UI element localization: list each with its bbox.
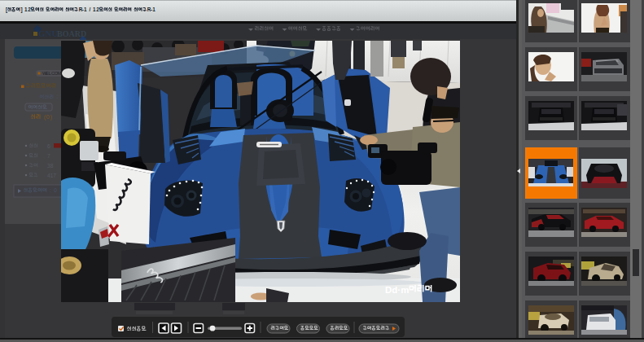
- svg-text:]: ]: [21, 7, 23, 13]
- svg-text:2: 2: [28, 7, 31, 12]
- svg-text:0: 0: [46, 113, 50, 121]
- svg-text:/: /: [90, 7, 91, 12]
- svg-text:6: 6: [47, 143, 50, 149]
- svg-text:): ): [50, 113, 52, 121]
- svg-text:2: 2: [96, 7, 99, 12]
- svg-text::: :: [56, 94, 58, 99]
- svg-text:7: 7: [47, 153, 50, 159]
- svg-text:0: 0: [54, 187, 57, 193]
- svg-text:1: 1: [152, 7, 156, 12]
- svg-text:Dd·m: Dd·m: [385, 285, 409, 295]
- svg-text:1: 1: [84, 7, 87, 12]
- svg-text::: :: [50, 187, 51, 193]
- svg-text:417: 417: [47, 173, 56, 178]
- svg-text:38: 38: [47, 163, 54, 169]
